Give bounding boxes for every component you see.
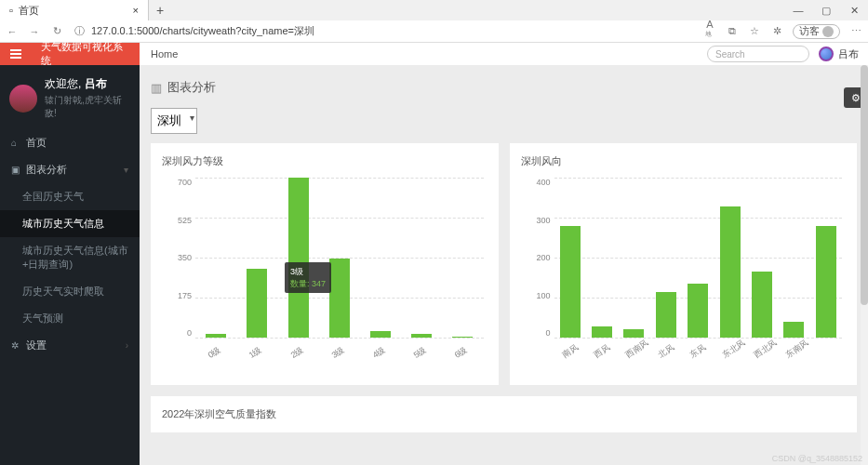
- user-name: 吕布: [838, 47, 859, 61]
- sidebar-item-1[interactable]: ▣图表分析▾: [0, 156, 140, 183]
- sidebar-item-5[interactable]: 历史天气实时爬取: [0, 278, 140, 305]
- city-select[interactable]: 深圳: [151, 108, 197, 134]
- sidebar-item-2[interactable]: 全国历史天气: [0, 183, 140, 210]
- x-tick: 2级: [288, 339, 312, 361]
- sidebar-item-label: 城市历史天气信息(城市+日期查询): [22, 244, 128, 272]
- search-input[interactable]: Search: [707, 46, 809, 62]
- extension-icon[interactable]: ✲: [770, 25, 783, 37]
- bar[interactable]: [623, 329, 644, 338]
- svg-rect-1: [10, 53, 21, 55]
- chart-title-1: 深圳风力等级: [162, 154, 487, 168]
- bar[interactable]: [688, 284, 708, 338]
- bar[interactable]: [592, 326, 612, 338]
- sidebar-item-label: 全国历史天气: [22, 190, 84, 204]
- breadcrumb-home[interactable]: Home: [140, 48, 189, 60]
- y-tick: 0: [521, 328, 551, 338]
- minimize-button[interactable]: —: [784, 5, 812, 17]
- profile-avatar: [9, 85, 37, 113]
- hamburger-menu-button[interactable]: [0, 43, 32, 65]
- bar[interactable]: [783, 322, 804, 338]
- bar[interactable]: [656, 292, 676, 338]
- y-axis: 7005253501750: [162, 178, 192, 338]
- welcome-text: 欢迎您, 吕布: [45, 76, 130, 92]
- selected-city: 深圳: [157, 113, 181, 127]
- x-axis: 南风西风西南风北风东风东北风西北风东南风: [554, 352, 843, 364]
- sidebar-profile: 欢迎您, 吕布 辕门射戟,虎牢关斩敌!: [0, 65, 140, 129]
- x-tick: 东北风: [720, 339, 743, 361]
- bar[interactable]: [720, 206, 741, 338]
- bar[interactable]: [411, 334, 432, 338]
- chevron-down-icon: ▾: [124, 165, 128, 175]
- x-tick: 0级: [206, 339, 229, 361]
- y-tick: 0: [162, 328, 192, 338]
- scrollbar-thumb[interactable]: [861, 65, 868, 305]
- browser-tab[interactable]: ▫ 首页 ×: [0, 0, 149, 20]
- bar[interactable]: [247, 269, 267, 338]
- close-window-button[interactable]: ✕: [840, 5, 868, 17]
- app-topbar: 天气数据可视化系统 Home Search 吕布: [0, 43, 868, 65]
- user-menu[interactable]: 吕布: [809, 46, 868, 61]
- app-brand: 天气数据可视化系统: [32, 43, 140, 65]
- chevron-right-icon: ›: [126, 340, 128, 351]
- x-tick: 西风: [592, 339, 615, 361]
- bar[interactable]: [206, 334, 226, 338]
- maximize-button[interactable]: ▢: [812, 5, 840, 17]
- x-tick: 3级: [329, 339, 353, 361]
- y-tick: 400: [521, 178, 551, 187]
- x-tick: 东风: [688, 339, 711, 361]
- close-tab-icon[interactable]: ×: [133, 5, 139, 16]
- bar[interactable]: [329, 259, 350, 338]
- bar[interactable]: [752, 272, 772, 338]
- nav-icon: ▣: [11, 165, 20, 175]
- welcome-prefix: 欢迎您,: [45, 77, 85, 90]
- hamburger-icon: [10, 49, 21, 59]
- url-field[interactable]: ⓘ 127.0.0.1:5000/charts/cityweath?city_n…: [73, 24, 694, 38]
- sidebar-item-0[interactable]: ⌂首页: [0, 129, 140, 156]
- x-tick: [816, 339, 839, 361]
- svg-rect-0: [10, 49, 21, 51]
- x-tick: 西南风: [623, 339, 647, 361]
- more-icon[interactable]: ⋯: [849, 25, 862, 37]
- welcome-name: 吕布: [85, 77, 107, 90]
- bar[interactable]: [452, 337, 473, 338]
- favorite-icon[interactable]: ☆: [748, 25, 761, 37]
- x-tick: 西北风: [752, 339, 775, 361]
- browser-titlebar: ▫ 首页 × + — ▢ ✕: [0, 0, 868, 20]
- chart-title-2: 深圳风向: [521, 154, 847, 168]
- aqi-card-title: 2022年深圳空气质量指数: [162, 408, 276, 419]
- y-axis: 4003002001000: [521, 178, 551, 338]
- forward-button[interactable]: →: [28, 26, 41, 37]
- y-tick: 525: [162, 216, 192, 225]
- page-header: ▥ 图表分析: [140, 65, 868, 100]
- feed-icon[interactable]: ⧉: [726, 25, 739, 37]
- plot-area: [195, 178, 484, 338]
- new-tab-button[interactable]: +: [149, 3, 171, 18]
- bar[interactable]: [560, 226, 581, 338]
- y-tick: 700: [162, 178, 192, 187]
- sidebar-item-3[interactable]: 城市历史天气信息: [0, 210, 140, 237]
- x-tick: 4级: [370, 339, 394, 361]
- page-icon: ▫: [9, 5, 13, 16]
- url-text: 127.0.0.1:5000/charts/cityweath?city_nam…: [91, 24, 314, 38]
- chart-card-wind-level: 深圳风力等级 70052535017500级1级2级3级4级5级6级 3级 数量…: [151, 143, 499, 385]
- svg-rect-2: [10, 57, 21, 59]
- bar[interactable]: [816, 226, 836, 338]
- bar[interactable]: [288, 178, 309, 338]
- x-tick: 6级: [452, 339, 475, 361]
- content-scrollbar[interactable]: [861, 65, 868, 465]
- sidebar-item-label: 首页: [26, 136, 47, 150]
- back-button[interactable]: ←: [6, 26, 19, 37]
- bar[interactable]: [370, 331, 391, 338]
- watermark: CSDN @q_3548885152: [772, 454, 862, 463]
- profile-pill[interactable]: 访客: [793, 24, 840, 39]
- reader-icon[interactable]: A㆞: [703, 19, 716, 44]
- sidebar: 欢迎您, 吕布 辕门射戟,虎牢关斩敌! ⌂首页▣图表分析▾全国历史天气城市历史天…: [0, 65, 140, 465]
- sidebar-item-label: 图表分析: [26, 163, 67, 177]
- sidebar-item-label: 设置: [26, 339, 47, 352]
- sidebar-item-6[interactable]: 天气预测: [0, 305, 140, 332]
- y-tick: 350: [162, 253, 192, 262]
- sidebar-item-4[interactable]: 城市历史天气信息(城市+日期查询): [0, 237, 140, 278]
- site-info-icon[interactable]: ⓘ: [73, 24, 86, 38]
- sidebar-item-7[interactable]: ✲设置›: [0, 332, 140, 359]
- reload-button[interactable]: ↻: [50, 25, 63, 37]
